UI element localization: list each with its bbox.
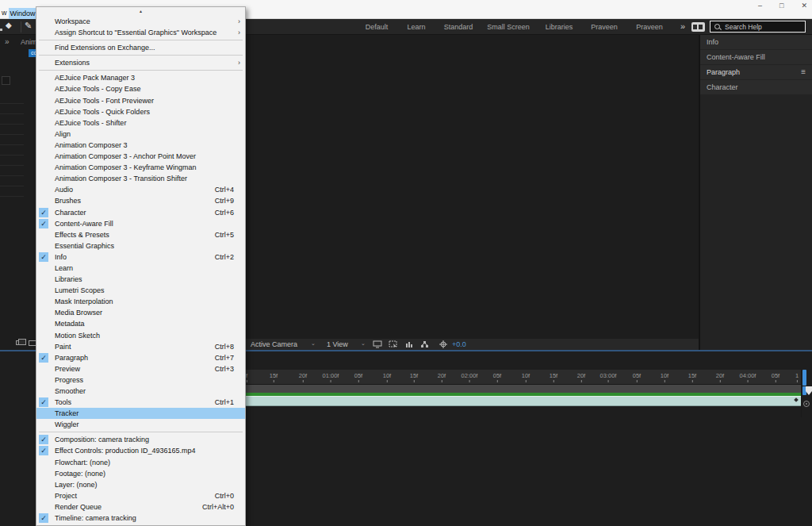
exposure-gear-icon[interactable] [439,340,448,348]
menu-item-preview[interactable]: PreviewCtrl+3 [36,363,245,374]
panel-tab-paragraph[interactable]: Paragraph≡ [700,65,812,79]
menu-item-timeline-camera-tracking[interactable]: ✓Timeline: camera tracking [36,513,245,524]
menu-item-label: Footage: (none) [55,468,105,479]
close-button[interactable]: ✕ [801,0,807,11]
comp-marker-bin-icon[interactable] [806,386,812,395]
snapshot-icon[interactable] [16,340,22,345]
menu-item-shortcut: Ctrl+9 [215,195,234,206]
search-help-input[interactable] [725,23,796,31]
monitor-icon[interactable] [373,340,382,348]
menu-item-metadata[interactable]: Metadata [36,318,245,329]
menu-item-libraries[interactable]: Libraries [36,274,245,285]
workspace-tab-standard[interactable]: Standard [444,23,473,31]
menu-item-label: Paint [55,341,71,352]
menu-item-content-aware-fill[interactable]: ✓Content-Aware Fill [36,218,245,229]
menu-item-animation-composer-3-anchor-point-mover[interactable]: Animation Composer 3 - Anchor Point Move… [36,151,245,162]
menu-item-effect-controls-production-id-4936165-mp4[interactable]: ✓Effect Controls: production ID_4936165.… [36,445,245,456]
panel-tab-info[interactable]: Info [700,35,812,49]
menu-item-learn[interactable]: Learn [36,263,245,274]
panel-collapse-chevron-icon[interactable]: » [5,37,10,46]
menu-item-mask-interpolation[interactable]: Mask Interpolation [36,296,245,307]
workspace-tab-praveen[interactable]: Praveen [591,23,618,31]
menu-item-find-extensions-on-exchange[interactable]: Find Extensions on Exchange... [36,42,245,53]
menu-item-assign-shortcut-to-essential-graphics-workspace[interactable]: Assign Shortcut to "Essential Graphics" … [36,27,245,38]
ruler-end-divider [801,370,802,417]
work-area-bar[interactable] [244,385,801,393]
time-ruler[interactable]: f15f20f01:00f05f10f15f20f02:00f05f10f15f… [244,370,801,385]
menu-item-flowchart-none[interactable]: Flowchart: (none) [36,457,245,468]
menu-item-motion-sketch[interactable]: Motion Sketch [36,330,245,341]
menu-item-shortcut: Ctrl+6 [215,207,234,218]
menu-item-animation-composer-3[interactable]: Animation Composer 3 [36,140,245,151]
menu-item-info[interactable]: ✓InfoCtrl+2 [36,251,245,263]
menu-item-project[interactable]: ProjectCtrl+0 [36,490,245,501]
menu-item-paint[interactable]: PaintCtrl+8 [36,341,245,352]
menu-item-smoother[interactable]: Smoother [36,386,245,397]
menu-item-audio[interactable]: AudioCtrl+4 [36,184,245,195]
ruler-tick: 04:00f [740,372,756,379]
panel-tab-character[interactable]: Character [700,80,812,94]
workspace-tab-learn[interactable]: Learn [407,23,425,31]
menu-item-wiggler[interactable]: Wiggler [36,419,245,430]
brush-tool-icon[interactable]: ✎ [25,21,32,31]
menu-item-layer-none[interactable]: Layer: (none) [36,479,245,490]
menu-item-footage-none[interactable]: Footage: (none) [36,468,245,479]
panel-menu-icon[interactable]: ≡ [801,65,806,79]
workspace-overflow-icon[interactable]: » [680,21,685,31]
menu-item-animation-composer-3-transition-shifter[interactable]: Animation Composer 3 - Transition Shifte… [36,173,245,184]
camera-view-select[interactable]: Active Camera [251,340,297,348]
comp-marker-button-icon[interactable] [803,401,810,407]
current-time-indicator[interactable] [802,370,806,386]
region-of-interest-icon[interactable] [389,340,398,348]
ruler-tick: 05f [633,372,641,379]
menu-item-aejuice-tools-font-previewer[interactable]: AEJuice Tools - Font Previewer [36,95,245,106]
menu-item-aejuice-pack-manager-3[interactable]: AEJuice Pack Manager 3 [36,72,245,83]
window-controls: – □ ✕ [758,0,807,11]
menu-item-label: Tracker [55,408,79,419]
ruler-tick: 15f [550,372,557,379]
menu-item-composition-camera-tracking[interactable]: ✓Composition: camera tracking [36,434,245,445]
workspace-tab-small-screen[interactable]: Small Screen [487,23,530,31]
menu-item-aejuice-tools-shifter[interactable]: AEJuice Tools - Shifter [36,117,245,129]
menu-item-brushes[interactable]: BrushesCtrl+9 [36,195,245,206]
menu-item-extensions[interactable]: Extensions› [36,57,245,68]
menu-item-progress[interactable]: Progress [36,374,245,386]
menu-item-tracker[interactable]: Tracker [36,408,245,419]
menu-item-aejuice-tools-quick-folders[interactable]: AEJuice Tools - Quick Folders [36,106,245,117]
menu-item-tools[interactable]: ✓ToolsCtrl+1 [36,397,245,408]
menu-item-render-queue[interactable]: Render QueueCtrl+Alt+0 [36,501,245,513]
histogram-icon[interactable] [404,340,414,348]
menu-item-align[interactable]: Align [36,129,245,140]
workspace-tab-default[interactable]: Default [366,23,389,31]
layer-duration-bar[interactable] [244,396,801,406]
panel-tab-content-aware-fill[interactable]: Content-Aware Fill [700,50,812,64]
search-help-box[interactable] [710,21,806,33]
menu-item-workspace[interactable]: Workspace› [36,16,245,27]
eraser-tool-icon[interactable]: ◆ [6,21,12,29]
panel-tab-label: Paragraph [707,68,740,76]
checkmark-icon: ✓ [39,353,48,363]
menu-scroll-up-icon[interactable]: ▲ [36,7,245,16]
maximize-button[interactable]: □ [779,0,783,11]
minimize-button[interactable]: – [758,0,762,11]
menu-item-aejuice-tools-copy-ease[interactable]: AEJuice Tools - Copy Ease [36,83,245,94]
menu-item-label: Audio [55,184,73,195]
menu-item-lumetri-scopes[interactable]: Lumetri Scopes [36,285,245,296]
menu-item-paragraph[interactable]: ✓ParagraphCtrl+7 [36,352,245,363]
workspace-switcher-icon[interactable] [691,22,705,32]
exposure-value[interactable]: +0.0 [452,340,466,348]
workspace-tab-praveen[interactable]: Praveen [636,23,663,31]
menu-item-essential-graphics[interactable]: Essential Graphics [36,240,245,251]
menu-item-effects-presets[interactable]: Effects & PresetsCtrl+5 [36,229,245,240]
flowchart-nodes-icon[interactable] [420,340,430,348]
menu-item-character[interactable]: ✓CharacterCtrl+6 [36,207,245,218]
menu-item-label: Paragraph [55,352,88,363]
workspace-tab-libraries[interactable]: Libraries [546,23,573,31]
view-layout-select[interactable]: 1 View [327,340,348,348]
menubar-item-window[interactable]: Window [9,8,36,19]
menu-item-animation-composer-3-keyframe-wingman[interactable]: Animation Composer 3 - Keyframe Wingman [36,162,245,173]
menu-item-media-browser[interactable]: Media Browser [36,307,245,318]
chevron-down-icon[interactable]: ⌄ [361,340,366,347]
menubar-partial-view[interactable]: w [2,9,7,17]
chevron-down-icon[interactable]: ⌄ [311,340,316,347]
